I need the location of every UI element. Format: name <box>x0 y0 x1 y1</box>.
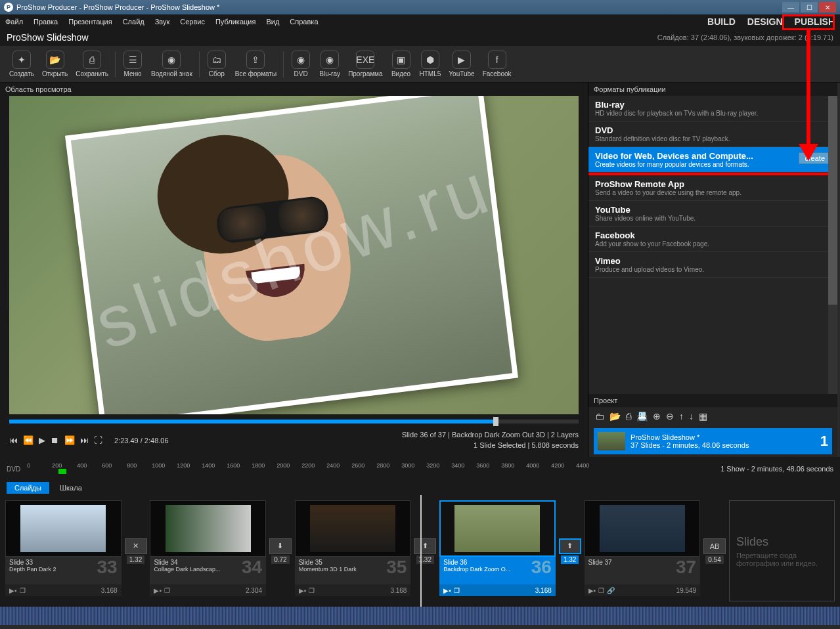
preview-area: Область просмотра slidshow.ru ⏮ ⏪ <box>0 83 588 457</box>
playhead-marker[interactable] <box>420 495 422 607</box>
proj-down-icon[interactable]: ↓ <box>689 411 694 422</box>
сбор-icon: 🗂 <box>208 51 226 69</box>
mode-build[interactable]: BUILD <box>707 16 736 27</box>
menu-view[interactable]: Вид <box>266 18 279 26</box>
window-title: ProShow Producer - ProShow Producer - Pr… <box>16 3 219 11</box>
menu-slide[interactable]: Слайд <box>123 18 144 26</box>
proj-open-icon[interactable]: 📂 <box>609 411 621 422</box>
transition-icon[interactable]: ✕ <box>125 538 147 554</box>
play-icon[interactable]: ▶▪ <box>9 587 17 594</box>
slide-37[interactable]: Slide 3737 ▶▪❐🔗19.549 <box>585 500 701 601</box>
play-icon[interactable]: ▶▪ <box>443 587 451 594</box>
slide-34[interactable]: Slide 34Collage Dark Landscap...34 ▶▪❐2.… <box>150 500 266 601</box>
format-proshow[interactable]: ProShow Remote AppSend a video to your d… <box>588 175 837 201</box>
transition-icon[interactable]: ⬆ <box>414 538 436 554</box>
format-dvd[interactable]: DVDStandard definition video disc for TV… <box>588 121 837 147</box>
tool-blu-ray[interactable]: ◉Blu-ray <box>315 51 344 77</box>
tab-slides[interactable]: Слайды <box>7 482 49 494</box>
transition-icon[interactable]: ⬇ <box>269 538 292 554</box>
play-button[interactable]: ▶ <box>39 435 45 445</box>
menu-service[interactable]: Сервис <box>180 18 205 26</box>
menu-edit[interactable]: Правка <box>33 18 58 26</box>
project-item[interactable]: ProShow Slideshow * 37 Slides - 2 minute… <box>594 428 832 454</box>
slide-thumb <box>454 505 540 552</box>
tool-видео[interactable]: ▣Видео <box>387 51 416 77</box>
tool-сбор[interactable]: 🗂Сбор <box>202 51 231 77</box>
timeline-tabs: Слайды Шкала <box>0 481 840 495</box>
layers-icon[interactable]: ❐ <box>164 587 170 594</box>
tool-все форматы[interactable]: ⇪Все форматы <box>231 51 280 77</box>
menu-presentation[interactable]: Презентация <box>68 18 112 26</box>
proj-new-icon[interactable]: 🗀 <box>595 411 604 422</box>
tool-youtube[interactable]: ▶YouTube <box>445 51 478 77</box>
playback-scrubber[interactable] <box>9 420 579 423</box>
transition-37[interactable]: AB0.54 <box>703 500 726 601</box>
tool-меню[interactable]: ☰Меню <box>118 51 147 77</box>
skip-end-button[interactable]: ⏭ <box>80 435 89 445</box>
proj-up-icon[interactable]: ↑ <box>679 411 684 422</box>
proj-saveas-icon[interactable]: 📇 <box>636 411 648 422</box>
tool-водяной знак[interactable]: ◉Водяной знак <box>147 51 196 77</box>
proj-save-icon[interactable]: ⎙ <box>626 411 631 422</box>
play-icon[interactable]: ▶▪ <box>299 587 307 594</box>
tool-facebook[interactable]: fFacebook <box>479 51 516 77</box>
layers-icon[interactable]: ❐ <box>309 587 315 594</box>
maximize-button[interactable]: ☐ <box>801 2 818 12</box>
mode-design[interactable]: DESIGN <box>747 16 783 27</box>
menu-file[interactable]: Файл <box>5 18 23 26</box>
fullscreen-button[interactable]: ⛶ <box>94 435 102 445</box>
format-video[interactable]: createVideo for Web, Devices and Compute… <box>588 147 837 173</box>
layers-icon[interactable]: ❐ <box>20 587 26 594</box>
menu-sound[interactable]: Звук <box>155 18 170 26</box>
format-blu-ray[interactable]: Blu-rayHD video disc for playback on TVs… <box>588 96 837 121</box>
forward-button[interactable]: ⏩ <box>64 435 75 445</box>
tool-создать[interactable]: ✦Создать <box>5 51 38 77</box>
tool-html5[interactable]: ⬢HTML5 <box>416 51 445 77</box>
menu-publish[interactable]: Публикация <box>215 18 255 26</box>
slide-36[interactable]: Slide 36Backdrop Dark Zoom O...36 ▶▪❐3.1… <box>439 500 556 601</box>
proj-grid-icon[interactable]: ▦ <box>699 411 707 422</box>
transition-icon[interactable]: ⬆ <box>559 538 581 554</box>
slides-placeholder[interactable]: SlidesПеретащите сюдафотографию или виде… <box>729 500 835 601</box>
formats-list: Blu-rayHD video disc for playback on TVs… <box>588 96 837 394</box>
transition-icon[interactable]: AB <box>703 538 726 554</box>
transition-35[interactable]: ⬆1.32 <box>413 500 437 601</box>
layers-icon[interactable]: ❐ <box>598 587 604 594</box>
toolbar: ✦Создать📂Открыть⎙Сохранить☰Меню◉Водяной … <box>0 46 840 83</box>
scrubber-handle[interactable] <box>493 417 498 426</box>
preview-canvas[interactable]: slidshow.ru <box>9 96 579 414</box>
format-facebook[interactable]: FacebookAdd your show to your Facebook p… <box>588 227 837 252</box>
skip-start-button[interactable]: ⏮ <box>9 435 18 445</box>
slide-35[interactable]: Slide 35Momentum 3D 1 Dark35 ▶▪❐3.168 <box>295 500 411 601</box>
stop-button[interactable]: ⏹ <box>51 435 59 445</box>
tool-открыть[interactable]: 📂Открыть <box>38 51 72 77</box>
proj-add-icon[interactable]: ⊕ <box>653 411 661 422</box>
format-youtube[interactable]: YouTubeShare videos online with YouTube. <box>588 201 837 227</box>
play-icon[interactable]: ▶▪ <box>154 587 162 594</box>
ruler-marker[interactable] <box>58 469 66 474</box>
ruler[interactable]: 0200400600800100012001400160018002000220… <box>27 462 714 475</box>
tool-dvd[interactable]: ◉DVD <box>286 51 315 77</box>
link-icon[interactable]: 🔗 <box>607 587 615 594</box>
format-vimeo[interactable]: VimeoProduce and upload videos to Vimeo. <box>588 252 837 278</box>
layers-icon[interactable]: ❐ <box>454 587 460 594</box>
create-button[interactable]: create <box>799 152 831 164</box>
preview-label: Область просмотра <box>0 83 588 96</box>
rewind-button[interactable]: ⏪ <box>23 435 33 445</box>
transition-36[interactable]: ⬆1.32 <box>558 500 582 601</box>
audio-waveform[interactable] <box>0 607 840 625</box>
tool-программа[interactable]: EXEПрограмма <box>344 51 386 77</box>
transition-33[interactable]: ✕1.32 <box>124 500 148 601</box>
close-button[interactable]: ✕ <box>819 2 836 12</box>
tool-сохранить[interactable]: ⎙Сохранить <box>72 51 112 77</box>
scrollbar[interactable] <box>828 96 837 394</box>
mode-publish[interactable]: PUBLISH <box>795 16 835 27</box>
slide-33[interactable]: Slide 33Depth Pan Dark 233 ▶▪❐3.168 <box>5 500 122 601</box>
tab-scale[interactable]: Шкала <box>52 482 90 494</box>
proj-remove-icon[interactable]: ⊖ <box>666 411 674 422</box>
project-thumb <box>598 432 625 450</box>
play-icon[interactable]: ▶▪ <box>588 587 596 594</box>
transition-34[interactable]: ⬇0.72 <box>269 500 292 601</box>
menu-help[interactable]: Справка <box>290 18 318 26</box>
minimize-button[interactable]: — <box>782 2 799 12</box>
